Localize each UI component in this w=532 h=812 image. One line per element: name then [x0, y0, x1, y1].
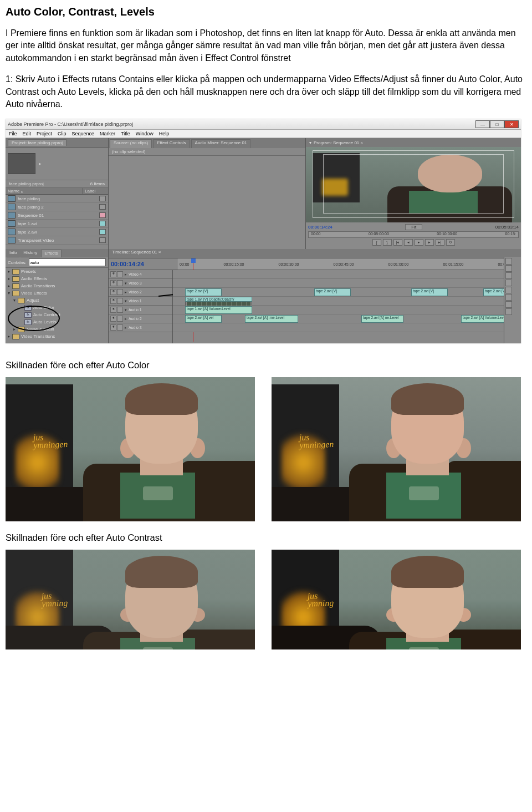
- menu-edit[interactable]: Edit: [23, 131, 32, 136]
- disclosure-arrow[interactable]: ▸: [13, 327, 18, 332]
- play-button[interactable]: ▸: [415, 239, 423, 246]
- project-tab[interactable]: Project: face pixling.prproj: [8, 139, 66, 146]
- mark-out-button[interactable]: }: [383, 239, 392, 246]
- effect-auto-levels[interactable]: fxAuto Levels: [6, 318, 108, 326]
- menu-window[interactable]: Window: [136, 131, 154, 136]
- ripple-tool[interactable]: [505, 272, 512, 279]
- track-lane[interactable]: [173, 323, 521, 332]
- lock-icon[interactable]: [117, 307, 123, 313]
- disclosure-arrow[interactable]: ▸: [8, 276, 12, 281]
- timeline-timecode[interactable]: 00:00:14:24: [111, 261, 144, 267]
- timeline-clip[interactable]: tape 2.avi [V]: [314, 288, 351, 296]
- eye-icon[interactable]: 👁: [110, 271, 116, 277]
- timeline-ruler[interactable]: 00:0000:00:15:0000:00:30:0000:00:45:0000…: [177, 258, 521, 270]
- track-lane[interactable]: tape 2.avi [A] veltape 2.avi [A] .me:Lev…: [173, 314, 521, 323]
- effects-tab-history[interactable]: History: [21, 250, 40, 257]
- disclosure-arrow[interactable]: ▾: [8, 291, 12, 296]
- timeline-clip[interactable]: tape 2.avi [A] vel: [185, 315, 222, 323]
- timeline-clip[interactable]: tape 1.avi [A] Volume:Level: [185, 306, 252, 314]
- mark-in-button[interactable]: {: [372, 239, 381, 246]
- column-label[interactable]: Label: [83, 188, 98, 194]
- lock-icon[interactable]: [117, 271, 123, 277]
- track-lane[interactable]: tape 2.avi [V]tape 2.avi [V]tape 2.avi […: [173, 288, 521, 297]
- window-minimize-button[interactable]: —: [475, 120, 490, 128]
- project-item[interactable]: face pixling 2: [6, 203, 108, 211]
- zoom-tool[interactable]: [505, 308, 512, 315]
- menu-marker[interactable]: Marker: [100, 131, 115, 136]
- effect-auto-contrast[interactable]: fxAuto Contrast: [6, 311, 108, 318]
- project-item[interactable]: tape 2.avi: [6, 228, 108, 236]
- lock-icon[interactable]: [117, 289, 123, 295]
- step-back-button[interactable]: ◂: [404, 239, 413, 246]
- track-header-video-2[interactable]: 👁▸Video 2: [109, 288, 172, 297]
- project-item[interactable]: Sequence 01: [6, 211, 108, 220]
- project-item[interactable]: Transparent Video: [6, 236, 108, 245]
- folder-noise-&-grain[interactable]: ▸Noise & Grain: [6, 326, 108, 333]
- goto-in-button[interactable]: |◂: [393, 239, 402, 246]
- selection-tool[interactable]: [505, 258, 512, 265]
- track-header-audio-1[interactable]: 👁▾Audio 1: [109, 306, 172, 314]
- menu-project[interactable]: Project: [37, 131, 52, 136]
- timeline-clip[interactable]: tape 2.avi [A] .me:Level: [245, 315, 298, 323]
- folder-presets[interactable]: ▸Presets: [6, 268, 108, 275]
- track-header-audio-3[interactable]: 👁▸Audio 3: [109, 323, 172, 332]
- disclosure-arrow[interactable]: ▾: [13, 298, 18, 303]
- contains-input[interactable]: [29, 258, 106, 266]
- track-header-video-1[interactable]: 👁▾Video 1: [109, 297, 172, 306]
- program-zoom-fit[interactable]: Fit: [405, 224, 422, 230]
- project-item[interactable]: tape 1.avi: [6, 220, 108, 228]
- track-lane[interactable]: [173, 279, 521, 288]
- eye-icon[interactable]: 👁: [110, 324, 116, 331]
- eye-icon[interactable]: 👁: [110, 316, 116, 322]
- program-monitor[interactable]: [306, 147, 521, 222]
- disclosure-arrow[interactable]: ▸: [8, 269, 12, 274]
- effects-tab-info[interactable]: Info: [7, 250, 19, 257]
- timeline-clip[interactable]: tape 2.avi [V]: [185, 288, 222, 296]
- effect-auto-color[interactable]: fxAuto Color: [6, 304, 108, 311]
- project-item[interactable]: face pixling: [6, 195, 108, 203]
- menu-clip[interactable]: Clip: [58, 131, 66, 136]
- eye-icon[interactable]: 👁: [110, 298, 116, 304]
- eye-icon[interactable]: 👁: [110, 289, 116, 295]
- column-name[interactable]: Name ▴: [6, 188, 83, 194]
- eye-icon[interactable]: 👁: [110, 280, 116, 286]
- track-header-audio-2[interactable]: 👁▸Audio 2: [109, 314, 172, 323]
- window-close-button[interactable]: ✕: [504, 120, 519, 128]
- track-lane[interactable]: tape 1.avi [V] Opacity:Opacity: [173, 297, 521, 306]
- slip-tool[interactable]: [505, 287, 512, 293]
- folder-video-effects[interactable]: ▾Video Effects: [6, 290, 108, 297]
- source-tab[interactable]: Audio Mixer: Sequence 01: [191, 139, 251, 148]
- timeline-clip[interactable]: tape 2.avi [V]: [411, 288, 448, 296]
- source-tab[interactable]: Source: (no clips): [110, 139, 152, 148]
- razor-tool[interactable]: [505, 280, 512, 286]
- lock-icon[interactable]: [117, 324, 123, 331]
- pen-tool[interactable]: [505, 294, 512, 301]
- loop-button[interactable]: ↻: [446, 239, 455, 246]
- program-timecode-current[interactable]: 00:00:14:24: [308, 225, 332, 230]
- source-tab[interactable]: Effect Controls: [153, 139, 190, 148]
- folder-audio-effects[interactable]: ▸Audio Effects: [6, 275, 108, 282]
- goto-out-button[interactable]: ▸|: [436, 239, 444, 246]
- track-lane[interactable]: tape 1.avi [A] Volume:Level: [173, 306, 521, 314]
- step-fwd-button[interactable]: ▸: [425, 239, 434, 246]
- disclosure-arrow[interactable]: ▸: [8, 283, 12, 288]
- effects-tab-effects[interactable]: Effects: [41, 250, 61, 257]
- timeline-tab[interactable]: Timeline: Sequence 01: [112, 250, 157, 255]
- folder-video-transitions[interactable]: ▸Video Transitions: [6, 333, 108, 340]
- track-header-video-3[interactable]: 👁▾Video 3: [109, 279, 172, 288]
- window-maximize-button[interactable]: □: [490, 120, 504, 128]
- folder-audio-transitions[interactable]: ▸Audio Transitions: [6, 282, 108, 290]
- menu-help[interactable]: Help: [159, 131, 170, 136]
- lock-icon[interactable]: [117, 280, 123, 286]
- folder-adjust[interactable]: ▾Adjust: [6, 297, 108, 304]
- play-icon[interactable]: ▸: [39, 161, 44, 166]
- menu-sequence[interactable]: Sequence: [72, 131, 95, 136]
- program-tab[interactable]: Program: Sequence 01: [314, 140, 359, 145]
- eye-icon[interactable]: 👁: [110, 307, 116, 313]
- track-lane[interactable]: [173, 270, 521, 279]
- lock-icon[interactable]: [117, 316, 123, 322]
- menu-title[interactable]: Title: [121, 131, 130, 136]
- timeline-clip[interactable]: tape 2.avi [A] ne:Level: [361, 315, 403, 323]
- track-header-video-4[interactable]: 👁▸Video 4: [109, 270, 172, 279]
- menu-file[interactable]: File: [9, 131, 17, 136]
